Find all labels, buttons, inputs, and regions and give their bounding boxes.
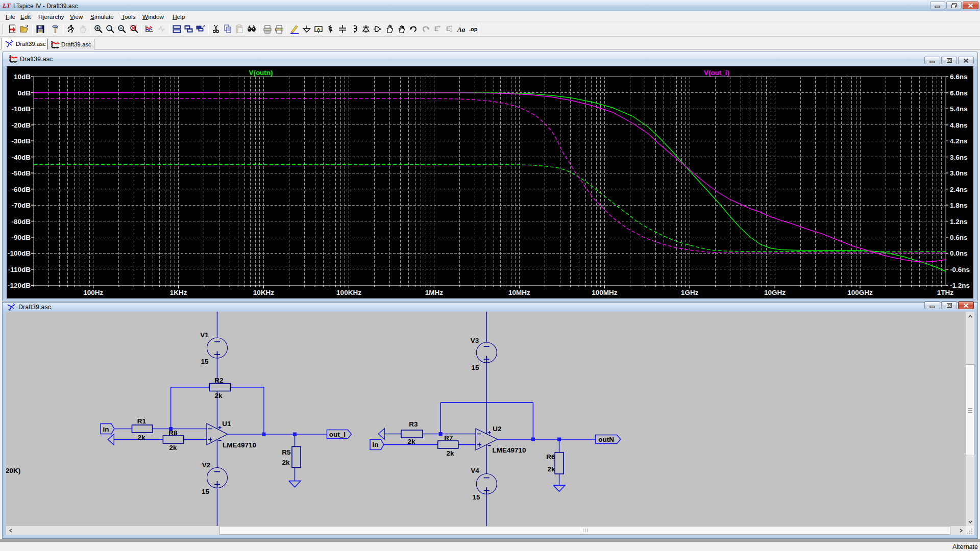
- svg-text:R7: R7: [444, 434, 453, 442]
- svg-text:15: 15: [201, 358, 209, 365]
- svg-text:R3: R3: [409, 420, 418, 428]
- svg-text:2k: 2k: [446, 449, 454, 457]
- svg-text:15: 15: [472, 493, 480, 501]
- svg-text:out_I: out_I: [329, 431, 346, 438]
- svg-text:2k: 2k: [547, 465, 555, 473]
- svg-text:2k: 2k: [407, 438, 415, 445]
- svg-text:V3: V3: [471, 337, 479, 344]
- svg-text:R6: R6: [546, 453, 555, 461]
- svg-text:15: 15: [202, 488, 210, 495]
- svg-text:in: in: [373, 441, 379, 448]
- svg-text:in: in: [103, 425, 109, 433]
- svg-text:2k: 2k: [282, 459, 290, 466]
- svg-text:R8: R8: [168, 429, 178, 437]
- svg-text:R2: R2: [214, 377, 223, 384]
- svg-text:outN: outN: [598, 436, 614, 443]
- svg-text:20K): 20K): [6, 467, 20, 474]
- svg-text:V2: V2: [202, 461, 211, 469]
- svg-text:2k: 2k: [137, 434, 145, 441]
- svg-text:15: 15: [471, 364, 479, 371]
- svg-text:LME49710: LME49710: [492, 446, 526, 454]
- svg-text:2k: 2k: [214, 392, 223, 399]
- svg-text:U1: U1: [222, 420, 231, 428]
- svg-text:V1: V1: [200, 331, 209, 339]
- svg-text:V4: V4: [471, 467, 479, 474]
- svg-text:R1: R1: [137, 417, 146, 425]
- svg-text:R5: R5: [282, 448, 291, 456]
- svg-text:LME49710: LME49710: [223, 441, 256, 449]
- svg-text:2k: 2k: [169, 444, 177, 452]
- svg-text:U2: U2: [493, 425, 501, 433]
